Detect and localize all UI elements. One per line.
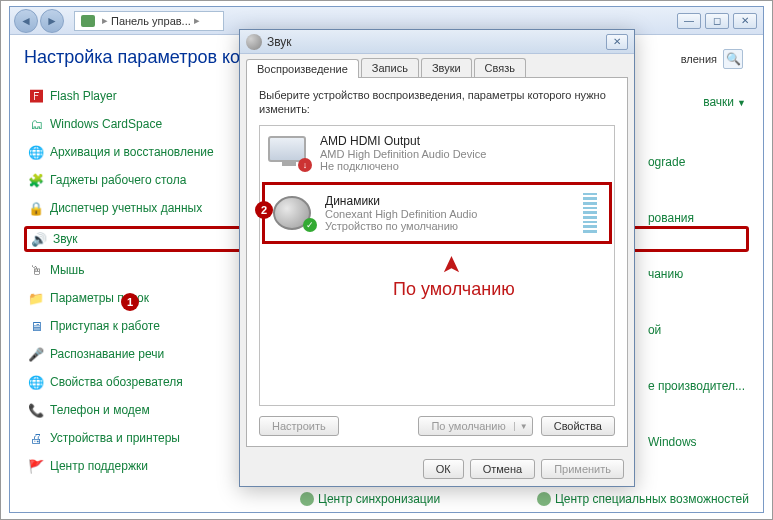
cancel-button[interactable]: Отмена — [470, 459, 535, 479]
device-row-0[interactable]: ↓AMD HDMI OutputAMD High Definition Audi… — [260, 126, 614, 180]
cp-item-icon: 🅵 — [28, 88, 44, 104]
cp-item-label: Архивация и восстановление — [50, 145, 214, 159]
sound-tab-3[interactable]: Связь — [474, 58, 526, 77]
minimize-button[interactable]: — — [677, 13, 701, 29]
control-panel-icon — [81, 15, 95, 27]
cp-item-label: Мышь — [50, 263, 85, 277]
cp-item-icon: 🎤 — [28, 346, 44, 362]
maximize-button[interactable]: ◻ — [705, 13, 729, 29]
right-link-1[interactable]: рования — [648, 211, 745, 225]
cp-item-icon: 🔒 — [28, 200, 44, 216]
window-controls: — ◻ ✕ — [677, 13, 757, 29]
device-name: AMD HDMI Output — [320, 134, 606, 148]
properties-button[interactable]: Свойства — [541, 416, 615, 436]
breadcrumb-label: Панель управ... — [111, 15, 191, 27]
sound-tabs: ВоспроизведениеЗаписьЗвукиСвязь — [240, 54, 634, 77]
search-area: вления 🔍 — [681, 49, 743, 69]
right-link-0[interactable]: ograde — [648, 155, 745, 169]
cp-item-icon: 🗂 — [28, 116, 44, 132]
sound-dialog-footer: ОК Отмена Применить — [240, 453, 634, 485]
search-icon[interactable]: 🔍 — [723, 49, 743, 69]
configure-button[interactable]: Настроить — [259, 416, 339, 436]
cp-item-label: Свойства обозревателя — [50, 375, 183, 389]
annotation-1: 1 — [121, 293, 139, 311]
cp-item-label: Центр поддержки — [50, 459, 148, 473]
right-column-links: ogradeрованиячаниюойе производител...Win… — [648, 155, 745, 449]
cp-item-icon: 🌐 — [28, 374, 44, 390]
cp-item-icon: 🖱 — [28, 262, 44, 278]
cp-item-label: Диспетчер учетных данных — [50, 201, 202, 215]
bottom-left-item[interactable]: Центр синхронизации — [300, 492, 440, 506]
device-row-1[interactable]: ✓ДинамикиConexant High Definition AudioУ… — [262, 182, 612, 244]
ease-icon — [537, 492, 551, 506]
cp-item-label: Звук — [53, 232, 78, 246]
right-link-2[interactable]: чанию — [648, 267, 745, 281]
cp-item-label: Windows CardSpace — [50, 117, 162, 131]
cp-item-icon: 🖥 — [28, 318, 44, 334]
device-driver: Conexant High Definition Audio — [325, 208, 573, 220]
cp-item-label: Телефон и модем — [50, 403, 150, 417]
device-driver: AMD High Definition Audio Device — [320, 148, 606, 160]
cp-item-icon: 🧩 — [28, 172, 44, 188]
cp-item-icon: 📁 — [28, 290, 44, 306]
cp-item-icon: 🚩 — [28, 458, 44, 474]
set-default-button[interactable]: По умолчанию▼ — [418, 416, 532, 436]
right-link-3[interactable]: ой — [648, 323, 745, 337]
sound-instruction: Выберите устройство воспроизведения, пар… — [259, 88, 615, 117]
cp-item-icon: 📞 — [28, 402, 44, 418]
bottom-row: Центр синхронизации Центр специальных во… — [300, 492, 749, 506]
speaker-icon: ✓ — [273, 196, 315, 230]
sound-tab-2[interactable]: Звуки — [421, 58, 472, 77]
cp-item-icon: 🔊 — [31, 231, 47, 247]
monitor-icon: ↓ — [268, 136, 310, 170]
ok-button[interactable]: ОК — [423, 459, 464, 479]
right-link-top[interactable]: вачки▼ — [703, 95, 746, 109]
cp-item-icon: 🖨 — [28, 430, 44, 446]
annotation-default-label: По умолчанию — [393, 279, 515, 300]
bottom-right-item[interactable]: Центр специальных возможностей — [537, 492, 749, 506]
volume-meter — [583, 193, 597, 233]
cp-item-label: Гаджеты рабочего стола — [50, 173, 186, 187]
sync-icon — [300, 492, 314, 506]
cp-item-icon: 🌐 — [28, 144, 44, 160]
annotation-2: 2 — [255, 201, 273, 219]
right-link-4[interactable]: е производител... — [648, 379, 745, 393]
close-button[interactable]: ✕ — [733, 13, 757, 29]
checkmark-badge-icon: ✓ — [303, 218, 317, 232]
device-name: Динамики — [325, 194, 573, 208]
sound-tab-0[interactable]: Воспроизведение — [246, 59, 359, 78]
cp-item-label: Flash Player — [50, 89, 117, 103]
cp-item-label: Приступая к работе — [50, 319, 160, 333]
sound-close-button[interactable]: ✕ — [606, 34, 628, 50]
breadcrumb[interactable]: ▸ Панель управ... ▸ — [74, 11, 224, 31]
device-status: Не подключено — [320, 160, 606, 172]
disconnected-badge-icon: ↓ — [298, 158, 312, 172]
cp-item-label: Распознавание речи — [50, 347, 164, 361]
nav-forward-button[interactable]: ► — [40, 9, 64, 33]
sound-dialog-title: Звук — [267, 35, 292, 49]
right-link-5[interactable]: Windows — [648, 435, 745, 449]
sound-panel-buttons: Настроить По умолчанию▼ Свойства — [259, 416, 615, 436]
apply-button[interactable]: Применить — [541, 459, 624, 479]
sound-dialog-titlebar: Звук ✕ — [240, 30, 634, 54]
sound-tab-1[interactable]: Запись — [361, 58, 419, 77]
speaker-icon — [246, 34, 262, 50]
nav-back-button[interactable]: ◄ — [14, 9, 38, 33]
cp-item-label: Устройства и принтеры — [50, 431, 180, 445]
annotation-arrow-icon: ➤ — [437, 255, 465, 275]
device-status: Устройство по умолчанию — [325, 220, 573, 232]
partial-text: вления — [681, 53, 717, 65]
